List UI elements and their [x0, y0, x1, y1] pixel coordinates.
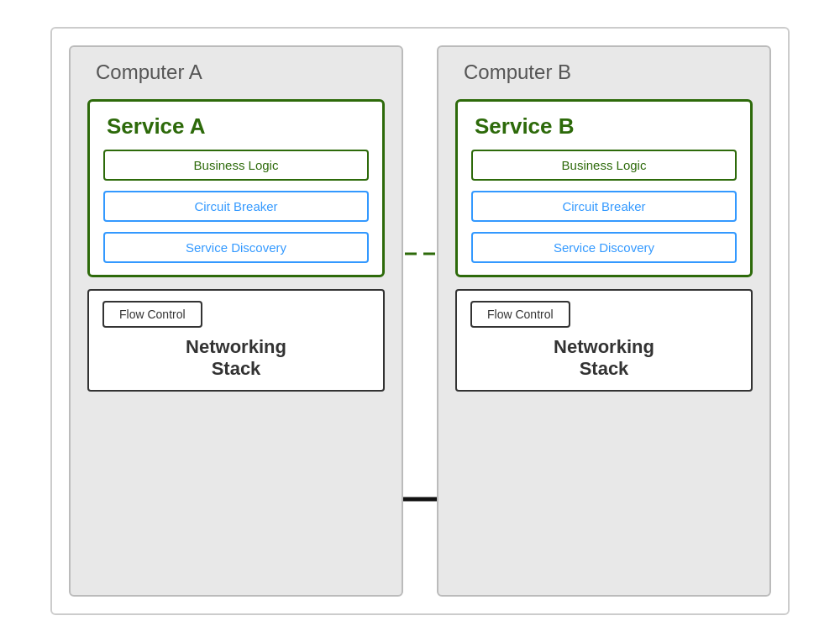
service-a-business-logic: Business Logic [103, 150, 369, 181]
diagram-wrapper: Computer A Service A Business Logic Circ… [50, 27, 790, 615]
computer-a-label: Computer A [87, 61, 202, 84]
computer-b-label: Computer B [455, 61, 571, 84]
networking-b-box: Flow Control NetworkingStack [455, 289, 753, 392]
separator [403, 45, 437, 597]
service-b-circuit-breaker: Circuit Breaker [471, 191, 737, 222]
service-b-service-discovery: Service Discovery [471, 232, 737, 263]
service-b-title: Service B [471, 113, 575, 139]
networking-b-label: NetworkingStack [470, 336, 738, 380]
service-a-title: Service A [103, 113, 206, 139]
computer-a-box: Computer A Service A Business Logic Circ… [69, 45, 403, 597]
networking-a-label: NetworkingStack [102, 336, 370, 380]
networking-a-box: Flow Control NetworkingStack [87, 289, 385, 392]
service-a-circuit-breaker: Circuit Breaker [103, 191, 369, 222]
service-b-box: Service B Business Logic Circuit Breaker… [455, 99, 753, 277]
service-a-box: Service A Business Logic Circuit Breaker… [87, 99, 385, 277]
service-a-service-discovery: Service Discovery [103, 232, 369, 263]
networking-b-flow-control: Flow Control [470, 301, 570, 328]
service-b-business-logic: Business Logic [471, 150, 737, 181]
networking-a-flow-control: Flow Control [102, 301, 202, 328]
computer-b-box: Computer B Service B Business Logic Circ… [437, 45, 771, 597]
